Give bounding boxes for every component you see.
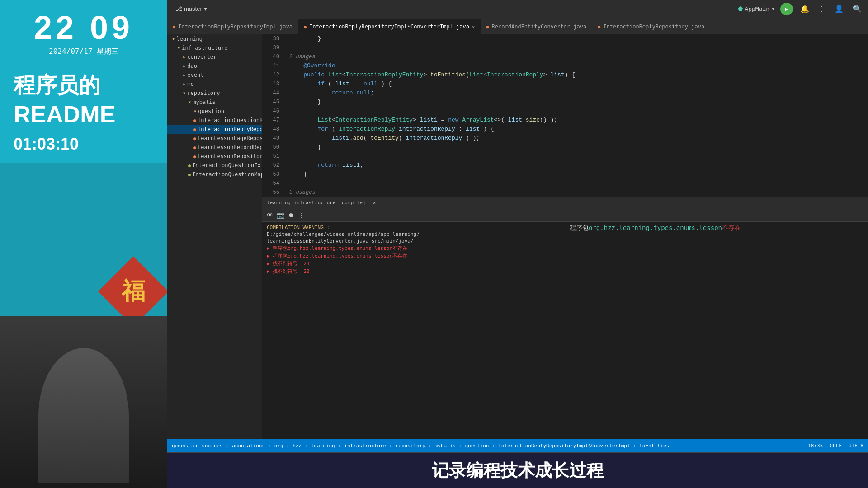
fu-character: 福 xyxy=(122,276,145,307)
java-icon: ● xyxy=(193,127,196,132)
tree-label: mybatis xyxy=(193,99,216,105)
tab-file-icon: ● xyxy=(173,24,175,29)
code-line-43: if ( list == null ) { xyxy=(289,80,863,89)
tree-item-dao[interactable]: ▸ dao xyxy=(167,61,262,70)
code-line-48: for ( InteractionReply interactionReply … xyxy=(289,125,863,134)
tree-item-question-mapper[interactable]: ● InteractionQuestionMapper.xml xyxy=(167,170,262,179)
more-options-icon[interactable]: ⋮ xyxy=(298,211,304,219)
tree-item-learn-lesson-record[interactable]: ● LearnLessonRecordRepo... xyxy=(167,143,262,152)
folder-open-icon: ▾ xyxy=(188,99,191,105)
notification-icon[interactable]: 🔔 xyxy=(798,3,811,15)
tree-item-converter[interactable]: ▸ converter xyxy=(167,52,262,61)
webcam-area xyxy=(0,316,167,488)
eye-icon[interactable]: 👁 xyxy=(267,211,273,219)
subtitle-text: 记录编程技术成长过程 xyxy=(432,459,604,482)
title-en: README xyxy=(14,101,154,128)
compile-error-3[interactable]: ▶ 找不到符号 :23 xyxy=(267,260,560,267)
run-button[interactable]: ▶ xyxy=(780,3,793,15)
build-close-button[interactable]: ✕ xyxy=(373,200,376,206)
breadcrumb-question: question xyxy=(465,443,489,449)
tree-item-interaction-reply[interactable]: ● InteractionReplyRepos... xyxy=(167,125,262,134)
line-numbers: 38 39 40 41 42 43 44 45 46 47 48 49 50 5… xyxy=(262,34,285,197)
main-error-text: 程序包org.hzz.learning.types.enums.lesson不存… xyxy=(570,224,863,232)
tree-item-event[interactable]: ▸ event xyxy=(167,70,262,80)
camera-icon[interactable]: 📷 xyxy=(277,211,284,219)
code-line-40-usages: 2 usages xyxy=(289,52,863,61)
tree-item-mq[interactable]: ▸ mq xyxy=(167,80,262,89)
tab-interaction-reply-repo[interactable]: ● InteractionReplyRepository.java xyxy=(592,19,710,34)
ide-panel: ⎇ master ▾ ⬟ AppMain ▾ ▶ 🔔 ⋮ 👤 🔍 ● Inter… xyxy=(167,0,868,488)
status-bar: generated-sources › annotations › org › … xyxy=(167,439,868,452)
tree-item-question-ext-mapper[interactable]: ● InteractionQuestionExtMapper.xml xyxy=(167,161,262,170)
folder-closed-icon: ▸ xyxy=(183,72,186,78)
more-icon[interactable]: ⋮ xyxy=(816,3,827,15)
tree-item-learn-lesson-repo-impl[interactable]: ● LearnLessonRepositoryIm... xyxy=(167,152,262,161)
java-icon: ● xyxy=(193,136,196,141)
user-icon[interactable]: 👤 xyxy=(833,3,845,15)
tree-item-interaction-question[interactable]: ● InteractionQuestionRep... xyxy=(167,116,262,125)
bottom-panel: 👁 📷 ⏺ ⋮ COMPILATION WARNING : D:/gitee/c… xyxy=(262,208,868,289)
main-content: ▾ learning ▾ infrastructure ▸ converter … xyxy=(167,34,868,439)
compile-path-1[interactable]: D:/gitee/challenges/videos-online/api/ap… xyxy=(267,231,560,238)
clock-time: 22 09 xyxy=(14,9,154,46)
tab-converter-impl[interactable]: ● InteractionReplyRepositoryImpl$Convert… xyxy=(298,19,481,34)
folder-open-icon: ▾ xyxy=(172,36,175,42)
tree-label: InteractionQuestionMapper.xml xyxy=(192,171,262,178)
error-arrow: ▶ xyxy=(267,245,273,251)
code-line-44: return null; xyxy=(289,89,863,98)
tree-label: mq xyxy=(187,81,193,87)
error-arrow: ▶ xyxy=(267,253,273,259)
tree-item-infrastructure[interactable]: ▾ infrastructure xyxy=(167,43,262,52)
code-line-41: @Override xyxy=(289,61,863,70)
code-line-51 xyxy=(289,152,863,161)
error-panel: 程序包org.hzz.learning.types.enums.lesson不存… xyxy=(565,222,868,289)
breadcrumb-learning: learning xyxy=(311,443,335,449)
folder-closed-icon: ▸ xyxy=(183,63,186,69)
clock-section: 22 09 2024/07/17 星期三 xyxy=(0,0,167,63)
topbar-right: ⬟ AppMain ▾ ▶ 🔔 ⋮ 👤 🔍 xyxy=(738,3,863,15)
tree-label: InteractionReplyRepos... xyxy=(198,126,262,132)
tab-label: InteractionReplyRepositoryImpl.java xyxy=(178,23,292,30)
tab-label: InteractionReplyRepository.java xyxy=(603,23,704,30)
compile-error-1[interactable]: ▶ 程序包org.hzz.learning.types.enums.lesson… xyxy=(267,244,560,252)
branch-name: master xyxy=(184,5,202,12)
tab-file-icon: ● xyxy=(598,24,600,29)
search-icon[interactable]: 🔍 xyxy=(851,3,863,15)
tree-item-question[interactable]: ▾ question xyxy=(167,107,262,116)
ide-topbar: ⎇ master ▾ ⬟ AppMain ▾ ▶ 🔔 ⋮ 👤 🔍 xyxy=(167,0,868,18)
tab-interaction-reply-impl[interactable]: ● InteractionReplyRepositoryImpl.java xyxy=(167,19,298,34)
tree-item-mybatis[interactable]: ▾ mybatis xyxy=(167,98,262,107)
code-line-54 xyxy=(289,179,863,188)
error-arrow: ▶ xyxy=(267,268,273,274)
file-tree: ▾ learning ▾ infrastructure ▸ converter … xyxy=(167,34,262,439)
tab-record-entity-converter[interactable]: ● RecordAndEntityConverter.java xyxy=(481,19,593,34)
breadcrumb-mybatis: mybatis xyxy=(435,443,456,449)
code-line-42: public List<InteractionReplyEntity> toEn… xyxy=(289,70,863,80)
branch-button[interactable]: ⎇ master ▾ xyxy=(172,4,211,14)
breadcrumb-method: toEntities xyxy=(639,443,669,449)
tab-label: RecordAndEntityConverter.java xyxy=(492,23,587,30)
tree-label: learning xyxy=(176,36,203,42)
tab-close-icon[interactable]: ✕ xyxy=(472,24,475,30)
compile-path-2[interactable]: learningLessonEntityConverter.java src/m… xyxy=(267,238,560,244)
compile-error-2[interactable]: ▶ 程序包org.hzz.learning.types.enums.lesson… xyxy=(267,252,560,260)
java-icon: ● xyxy=(193,145,196,150)
app-name: ⬟ AppMain ▾ xyxy=(738,5,775,12)
tree-item-learning[interactable]: ▾ learning xyxy=(167,34,262,43)
tree-label: LearnLessonPageReposit... xyxy=(198,135,262,141)
record-icon[interactable]: ⏺ xyxy=(288,211,294,219)
crlf-indicator: CRLF xyxy=(830,443,842,449)
person-silhouette xyxy=(38,348,129,483)
breadcrumb-hzz: hzz xyxy=(292,443,302,449)
code-line-47: List<InteractionReplyEntity> list1 = new… xyxy=(289,116,863,125)
java-icon: ● xyxy=(193,154,196,159)
tree-label: LearnLessonRepositoryIm... xyxy=(198,153,262,160)
compile-error-4[interactable]: ▶ 找不到符号 :28 xyxy=(267,267,560,275)
tree-item-repository[interactable]: ▾ repository xyxy=(167,89,262,98)
breadcrumb-generated: generated-sources xyxy=(172,443,223,449)
tree-label: InteractionQuestionRep... xyxy=(198,117,262,123)
code-line-50: } xyxy=(289,143,863,152)
tree-label: InteractionQuestionExtMapper.xml xyxy=(192,162,262,169)
code-content: 38 39 40 41 42 43 44 45 46 47 48 49 50 5… xyxy=(262,34,868,197)
tree-item-learn-lesson-page[interactable]: ● LearnLessonPageReposit... xyxy=(167,134,262,143)
